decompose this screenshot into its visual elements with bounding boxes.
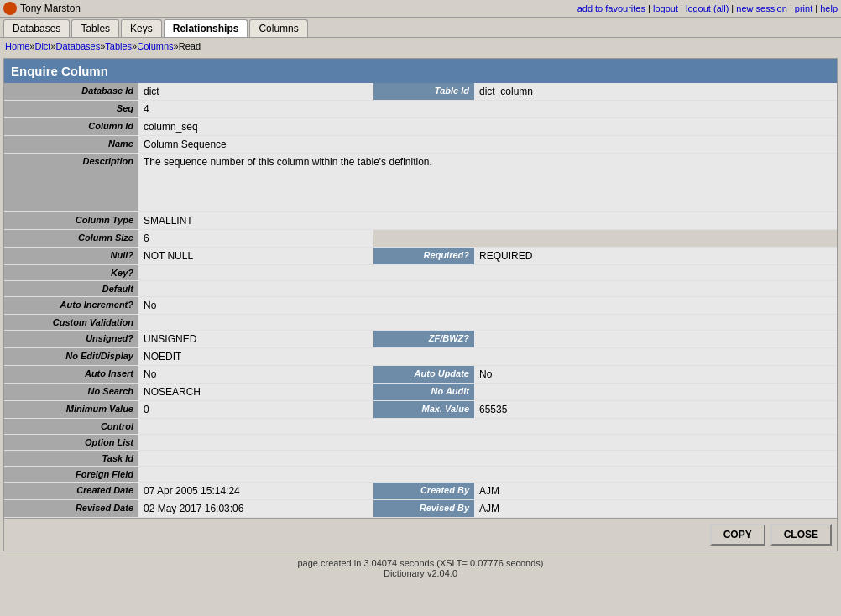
seq-value: 4 <box>138 101 837 118</box>
name-value: Column Sequence <box>138 136 837 154</box>
breadcrumb-databases[interactable]: Databases <box>56 41 101 51</box>
table-row: No Edit/Display NOEDIT <box>4 348 837 366</box>
created-date-value: 07 Apr 2005 15:14:24 <box>138 483 373 500</box>
table-row: Column Size 6 <box>4 230 837 248</box>
no-edit-display-value: NOEDIT <box>138 348 837 366</box>
control-label: Control <box>4 419 138 435</box>
created-by-label: Created By <box>373 483 474 500</box>
foreign-field-label: Foreign Field <box>4 467 138 483</box>
breadcrumb-current: Read <box>179 41 201 51</box>
column-type-label: Column Type <box>4 212 138 230</box>
column-id-value: column_seq <box>138 118 837 136</box>
logout-link[interactable]: logout <box>653 3 678 13</box>
tab-relationships[interactable]: Relationships <box>164 19 248 37</box>
table-row: Auto Insert No Auto Update No <box>4 366 837 384</box>
custom-validation-value <box>138 315 837 331</box>
footer-line2: Dictionary v2.04.0 <box>3 568 838 578</box>
table-row: Seq 4 <box>4 101 837 118</box>
table-row: Custom Validation <box>4 315 837 331</box>
min-value-label: Minimum Value <box>4 401 138 419</box>
zf-bwz-value <box>474 331 837 348</box>
required-label: Required? <box>373 248 474 265</box>
help-link[interactable]: help <box>820 3 838 13</box>
table-row: Database Id dict Table Id dict_column <box>4 83 837 101</box>
user-info: Tony Marston <box>3 2 81 15</box>
table-row: Option List <box>4 435 837 451</box>
revised-by-value: AJM <box>474 500 837 518</box>
logout-all-link[interactable]: logout (all) <box>686 3 729 13</box>
created-by-value: AJM <box>474 483 837 500</box>
table-row: Column Id column_seq <box>4 118 837 136</box>
table-row: Task Id <box>4 451 837 467</box>
no-search-label: No Search <box>4 384 138 401</box>
tab-databases[interactable]: Databases <box>3 19 70 37</box>
required-value: REQUIRED <box>474 248 837 265</box>
tab-tables[interactable]: Tables <box>71 19 119 37</box>
breadcrumb-home[interactable]: Home <box>5 41 29 51</box>
table-row: Control <box>4 419 837 435</box>
auto-update-value: No <box>474 366 837 384</box>
name-label: Name <box>4 136 138 154</box>
no-edit-display-label: No Edit/Display <box>4 348 138 366</box>
null-label: Null? <box>4 248 138 265</box>
footer: page created in 3.04074 seconds (XSLT= 0… <box>0 555 841 582</box>
custom-validation-label: Custom Validation <box>4 315 138 331</box>
user-icon <box>3 2 17 15</box>
close-button[interactable]: CLOSE <box>770 524 832 546</box>
table-row: Key? <box>4 265 837 281</box>
foreign-field-value <box>138 467 837 483</box>
table-row: Minimum Value 0 Max. Value 65535 <box>4 401 837 419</box>
breadcrumb-columns[interactable]: Columns <box>137 41 173 51</box>
breadcrumb-tables[interactable]: Tables <box>105 41 132 51</box>
breadcrumb-dict[interactable]: Dict <box>34 41 50 51</box>
breadcrumb: Home»Dict»Databases»Tables»Columns»Read <box>0 38 841 55</box>
bottom-bar: COPY CLOSE <box>4 518 837 551</box>
table-row: Name Column Sequence <box>4 136 837 154</box>
control-value <box>138 419 837 435</box>
new-session-link[interactable]: new session <box>736 3 787 13</box>
unsigned-label: Unsigned? <box>4 331 138 348</box>
print-link[interactable]: print <box>795 3 812 13</box>
key-value <box>138 265 837 281</box>
auto-insert-label: Auto Insert <box>4 366 138 384</box>
min-value-value: 0 <box>138 401 373 419</box>
table-row: Default <box>4 281 837 297</box>
table-row: Foreign Field <box>4 467 837 483</box>
revised-date-value: 02 May 2017 16:03:06 <box>138 500 373 518</box>
database-id-label: Database Id <box>4 83 138 101</box>
column-id-label: Column Id <box>4 118 138 136</box>
key-label: Key? <box>4 265 138 281</box>
copy-button[interactable]: COPY <box>710 524 765 546</box>
form-title: Enquire Column <box>4 59 837 83</box>
table-row: Description The sequence number of this … <box>4 154 837 212</box>
tab-bar: Databases Tables Keys Relationships Colu… <box>0 18 841 38</box>
username: Tony Marston <box>20 3 81 14</box>
table-row: Column Type SMALLINT <box>4 212 837 230</box>
seq-label: Seq <box>4 101 138 118</box>
top-bar: Tony Marston add to favourites | logout … <box>0 0 841 18</box>
max-value-label: Max. Value <box>373 401 474 419</box>
table-row: No Search NOSEARCH No Audit <box>4 384 837 401</box>
max-value-value: 65535 <box>474 401 837 419</box>
zf-bwz-label: ZF/BWZ? <box>373 331 474 348</box>
table-row: Created Date 07 Apr 2005 15:14:24 Create… <box>4 483 837 500</box>
null-value: NOT NULL <box>138 248 373 265</box>
footer-line1: page created in 3.04074 seconds (XSLT= 0… <box>3 558 838 568</box>
option-list-value <box>138 435 837 451</box>
table-row: Unsigned? UNSIGNED ZF/BWZ? <box>4 331 837 348</box>
add-to-favourites-link[interactable]: add to favourites <box>577 3 645 13</box>
top-links: add to favourites | logout | logout (all… <box>577 3 838 13</box>
no-audit-value <box>474 384 837 401</box>
revised-by-label: Revised By <box>373 500 474 518</box>
unsigned-value: UNSIGNED <box>138 331 373 348</box>
tab-columns[interactable]: Columns <box>249 19 307 37</box>
task-id-label: Task Id <box>4 451 138 467</box>
default-value <box>138 281 837 297</box>
column-type-value: SMALLINT <box>138 212 837 230</box>
column-size-value: 6 <box>138 230 373 248</box>
created-date-label: Created Date <box>4 483 138 500</box>
tab-keys[interactable]: Keys <box>121 19 162 37</box>
task-id-value <box>138 451 837 467</box>
auto-update-label: Auto Update <box>373 366 474 384</box>
column-size-label: Column Size <box>4 230 138 248</box>
